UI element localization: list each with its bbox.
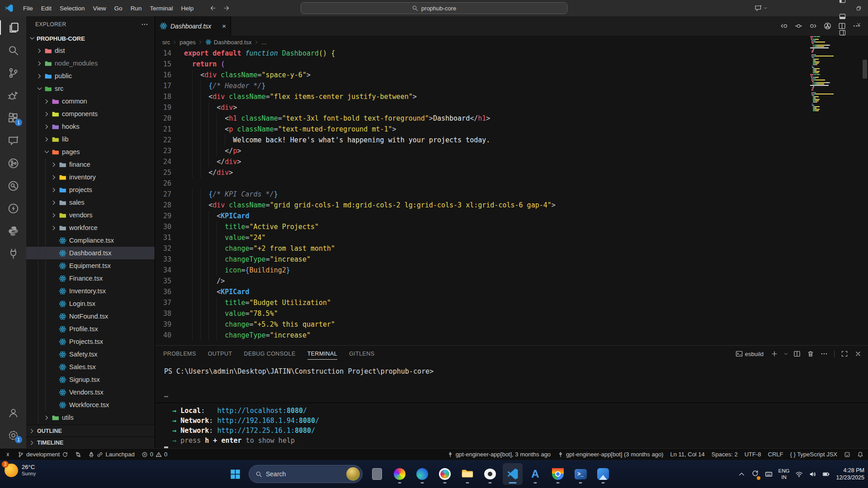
- status-launchpad[interactable]: Launchpad: [88, 451, 134, 458]
- restore-window-button[interactable]: [849, 0, 868, 16]
- file-explorer-app[interactable]: [458, 463, 477, 485]
- menu-go[interactable]: Go: [110, 5, 127, 12]
- tab-dashboard-tsx[interactable]: Dashboard.tsx ×: [155, 16, 231, 36]
- section-outline[interactable]: OUTLINE: [26, 425, 155, 436]
- workspace-root-folder[interactable]: PROPHUB-CORE: [26, 33, 155, 44]
- tree-item-vendors[interactable]: vendors: [26, 209, 155, 221]
- status-feedback[interactable]: [844, 451, 850, 458]
- activity-run-debug-icon[interactable]: [0, 84, 26, 107]
- tree-item-components[interactable]: components: [26, 108, 155, 120]
- status-commit-info[interactable]: gpt-engineer-app[bot] (3 months ago): [557, 451, 663, 458]
- sync-status-icon[interactable]: [751, 469, 759, 479]
- tree-item-inventory-tsx[interactable]: Inventory.tsx: [26, 285, 155, 297]
- color-wheel-app[interactable]: [435, 463, 455, 485]
- tree-item-finance[interactable]: finance: [26, 158, 155, 171]
- breadcrumb-item[interactable]: pages: [179, 39, 195, 46]
- tree-item-public[interactable]: public: [26, 70, 155, 82]
- activity-search-icon[interactable]: [0, 39, 26, 61]
- split-terminal-button[interactable]: [792, 348, 802, 359]
- history-button[interactable]: [821, 20, 834, 33]
- sidebar-right-toggle[interactable]: [835, 24, 849, 41]
- activity-circle-branch-icon[interactable]: [0, 152, 26, 174]
- menu-edit[interactable]: Edit: [37, 5, 56, 12]
- kill-terminal-button[interactable]: [805, 348, 816, 359]
- activity-files-icon[interactable]: [0, 16, 26, 39]
- sidebar-left-toggle[interactable]: [835, 0, 849, 8]
- status-git-branch[interactable]: development: [18, 451, 68, 458]
- tree-item-compliance-tsx[interactable]: Compliance.tsx: [26, 234, 155, 247]
- touch-keyboard-icon[interactable]: [765, 470, 773, 478]
- tree-item-utils[interactable]: utils: [26, 411, 155, 424]
- tree-item-safety-tsx[interactable]: Safety.tsx: [26, 348, 155, 361]
- a-app[interactable]: A: [525, 463, 545, 485]
- wifi-icon[interactable]: [795, 470, 803, 478]
- start-button[interactable]: [226, 465, 244, 483]
- activity-python-icon[interactable]: [0, 220, 26, 242]
- status-cursor-position[interactable]: Ln 11, Col 14: [670, 451, 704, 458]
- breadcrumb-item[interactable]: …: [261, 39, 267, 46]
- menu-help[interactable]: Help: [177, 5, 198, 12]
- panel-toggle[interactable]: [835, 8, 849, 24]
- activity-copilot-chat-icon[interactable]: [0, 129, 26, 152]
- gallery-app[interactable]: [593, 463, 613, 485]
- clock[interactable]: 4:28 PM 12/23/2025: [836, 467, 864, 482]
- breadcrumb-item[interactable]: Dashboard.tsx: [214, 39, 252, 46]
- go-back-icon[interactable]: [209, 5, 217, 12]
- status-problems[interactable]: 00: [142, 451, 167, 458]
- editor-scrollbar[interactable]: [863, 60, 867, 79]
- menu-file[interactable]: File: [19, 5, 37, 12]
- weather-widget[interactable]: 3 26°C Sunny: [5, 464, 36, 477]
- tree-item-profile-tsx[interactable]: Profile.tsx: [26, 323, 155, 335]
- tree-item-lib[interactable]: lib: [26, 133, 155, 145]
- prev-change-button[interactable]: [778, 20, 790, 33]
- activity-account-icon[interactable]: [0, 401, 26, 424]
- status-notifications[interactable]: [857, 451, 863, 458]
- tree-item-workforce-tsx[interactable]: Workforce.tsx: [26, 399, 155, 411]
- status-encoding[interactable]: UTF-8: [745, 451, 761, 458]
- panel-tab-debug-console[interactable]: DEBUG CONSOLE: [244, 346, 295, 362]
- close-window-button[interactable]: [849, 16, 868, 33]
- close-panel-button[interactable]: [853, 348, 863, 359]
- code-editor[interactable]: 14export default function Dashboard() {1…: [155, 48, 868, 345]
- more-actions-icon[interactable]: [141, 21, 148, 28]
- tree-item-finance-tsx[interactable]: Finance.tsx: [26, 272, 155, 285]
- status-blame-annotation[interactable]: gpt-engineer-app[bot], 3 months ago: [447, 451, 551, 458]
- powershell-app[interactable]: >_: [571, 463, 590, 485]
- menu-view[interactable]: View: [89, 5, 110, 12]
- breadcrumb-item[interactable]: src: [162, 39, 170, 46]
- tree-item-dist[interactable]: dist: [26, 44, 155, 57]
- tree-item-workforce[interactable]: workforce: [26, 221, 155, 234]
- tree-item-pages[interactable]: pages: [26, 145, 155, 158]
- maximize-panel-button[interactable]: [839, 348, 850, 359]
- activity-plug-icon[interactable]: [0, 242, 26, 265]
- panel-tab-problems[interactable]: PROBLEMS: [163, 346, 196, 362]
- tree-item-inventory[interactable]: inventory: [26, 171, 155, 183]
- command-center-search[interactable]: prophub-core: [301, 2, 567, 14]
- volume-icon[interactable]: [809, 470, 816, 478]
- activity-gear-icon[interactable]: 1: [0, 424, 26, 446]
- go-forward-icon[interactable]: [223, 5, 230, 12]
- new-terminal-button[interactable]: [769, 348, 780, 359]
- tree-item-projects-tsx[interactable]: Projects.tsx: [26, 335, 155, 348]
- activity-source-control-icon[interactable]: [0, 61, 26, 84]
- terminal-instance-esbuild[interactable]: esbuild: [736, 350, 764, 357]
- terminal-output[interactable]: PS C:\Users\admin\Desktop\JATIN\Construc…: [155, 362, 868, 455]
- tree-item-sales-tsx[interactable]: Sales.tsx: [26, 361, 155, 373]
- tree-item-common[interactable]: common: [26, 95, 155, 108]
- tree-item-src[interactable]: src: [26, 82, 155, 95]
- phone-link-app[interactable]: [367, 463, 387, 485]
- activity-extensions-icon[interactable]: 1: [0, 107, 26, 129]
- next-change-button[interactable]: [807, 20, 819, 33]
- tree-item-dashboard-tsx[interactable]: Dashboard.tsx: [26, 247, 155, 259]
- tree-item-signup-tsx[interactable]: Signup.tsx: [26, 373, 155, 386]
- panel-tab-gitlens[interactable]: GITLENS: [349, 346, 374, 362]
- tree-item-equipment-tsx[interactable]: Equipment.tsx: [26, 259, 155, 272]
- tree-item-hooks[interactable]: hooks: [26, 120, 155, 133]
- tree-item-vendors-tsx[interactable]: Vendors.tsx: [26, 386, 155, 399]
- panel-tab-output[interactable]: OUTPUT: [208, 346, 232, 362]
- photos-pinwheel-app[interactable]: [390, 463, 410, 485]
- tree-item-projects[interactable]: projects: [26, 183, 155, 196]
- tree-item-node_modules[interactable]: node_modules: [26, 57, 155, 70]
- panel-tab-terminal[interactable]: TERMINAL: [307, 346, 337, 362]
- status-language-mode[interactable]: { } TypeScript JSX: [790, 451, 837, 458]
